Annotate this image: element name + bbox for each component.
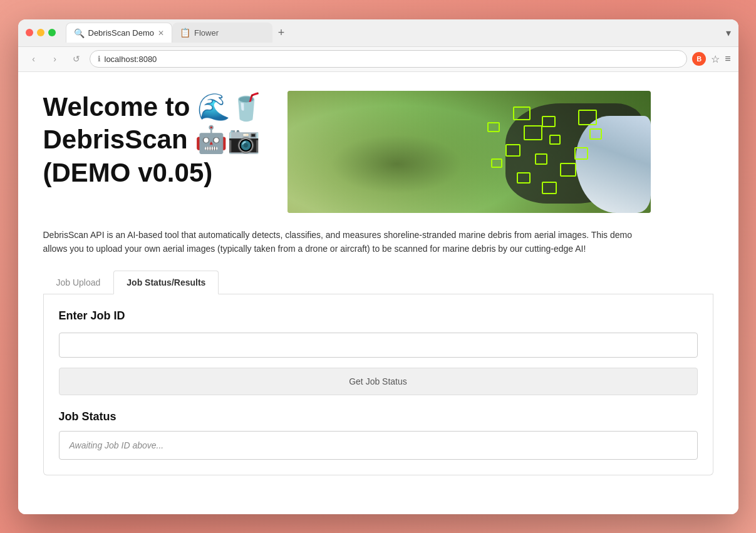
traffic-lights — [26, 29, 56, 36]
page-content: Welcome to 🌊🥤 DebrisScan 🤖📷 (DEMO v0.05) — [18, 72, 738, 514]
tab-favicon-flower: 📋 — [180, 28, 190, 38]
tab-label-debrisscan: DebrisScan Demo — [88, 28, 155, 38]
app-tabs: Job Upload Job Status/Results — [43, 271, 713, 294]
browser-tabs: 🔍 DebrisScan Demo ✕ 📋 Flower + ▾ — [66, 23, 731, 43]
detection-box — [542, 182, 557, 194]
hero-title-line3: (DEMO v0.05) — [43, 157, 263, 190]
enter-job-id-label: Enter Job ID — [59, 309, 698, 323]
tab-job-upload[interactable]: Job Upload — [43, 271, 114, 294]
aerial-background — [287, 91, 651, 213]
tab-label-flower: Flower — [194, 28, 219, 38]
browser-menu-icon[interactable]: ≡ — [725, 53, 730, 65]
forward-button[interactable]: › — [47, 51, 63, 67]
detection-box — [505, 144, 520, 157]
hero-title-line1: Welcome to 🌊🥤 — [43, 91, 263, 124]
detection-box — [589, 128, 602, 140]
tab-favicon-debrisscan: 🔍 — [74, 28, 85, 38]
bookmark-icon[interactable]: ☆ — [711, 53, 720, 65]
detection-box — [535, 153, 547, 165]
nav-bar: ‹ › ↺ ℹ localhost:8080 B ☆ ≡ — [18, 47, 738, 72]
status-message: Awaiting Job ID above... — [70, 440, 164, 450]
back-button[interactable]: ‹ — [26, 51, 42, 67]
detection-box — [491, 158, 502, 168]
detection-box — [487, 122, 500, 132]
hero-image — [287, 91, 651, 213]
tab-job-status[interactable]: Job Status/Results — [113, 271, 219, 294]
job-status-label: Job Status — [59, 410, 698, 423]
tab-debrisscan[interactable]: 🔍 DebrisScan Demo ✕ — [66, 23, 173, 43]
detection-box — [524, 125, 542, 140]
detection-box — [513, 106, 531, 120]
address-bar[interactable]: ℹ localhost:8080 — [90, 50, 688, 68]
job-id-input[interactable] — [59, 333, 698, 358]
close-button[interactable] — [26, 29, 33, 36]
detection-box — [549, 135, 561, 145]
address-text: localhost:8080 — [105, 54, 157, 64]
browser-window: 🔍 DebrisScan Demo ✕ 📋 Flower + ▾ ‹ › ↺ ℹ… — [18, 19, 738, 514]
detection-box — [542, 116, 556, 127]
job-status-panel: Enter Job ID Get Job Status Job Status A… — [43, 294, 713, 475]
title-bar: 🔍 DebrisScan Demo ✕ 📋 Flower + ▾ — [18, 19, 738, 47]
new-tab-button[interactable]: + — [272, 24, 290, 41]
maximize-button[interactable] — [48, 29, 56, 36]
get-status-button[interactable]: Get Job Status — [59, 368, 698, 395]
reload-button[interactable]: ↺ — [68, 51, 85, 67]
tab-flower[interactable]: 📋 Flower — [172, 23, 272, 43]
detection-box — [560, 163, 576, 177]
tab-list-button[interactable]: ▾ — [726, 27, 731, 39]
detection-box — [574, 147, 588, 160]
hero-title-line2: DebrisScan 🤖📷 — [43, 123, 263, 157]
job-status-box: Awaiting Job ID above... — [59, 431, 698, 460]
brave-label: B — [696, 55, 702, 63]
brave-shield-icon[interactable]: B — [692, 52, 706, 66]
detection-box — [578, 110, 597, 125]
description-text: DebrisScan API is an AI-based tool that … — [43, 228, 657, 256]
address-info-icon: ℹ — [98, 54, 101, 63]
detection-box — [517, 172, 531, 184]
tab-close-debrisscan[interactable]: ✕ — [158, 29, 164, 38]
hero-title: Welcome to 🌊🥤 DebrisScan 🤖📷 (DEMO v0.05) — [43, 91, 263, 190]
hero-section: Welcome to 🌊🥤 DebrisScan 🤖📷 (DEMO v0.05) — [43, 91, 713, 213]
minimize-button[interactable] — [37, 29, 44, 36]
